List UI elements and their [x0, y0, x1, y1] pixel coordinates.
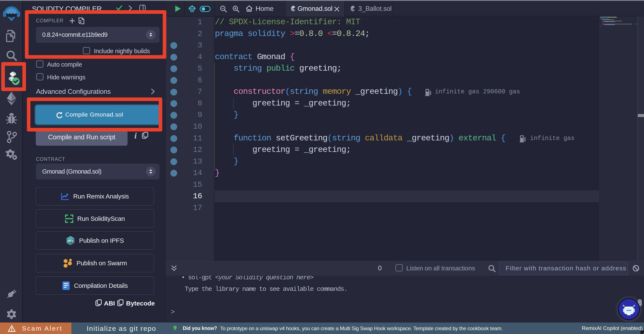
svg-text:IPFS: IPFS	[68, 239, 74, 243]
